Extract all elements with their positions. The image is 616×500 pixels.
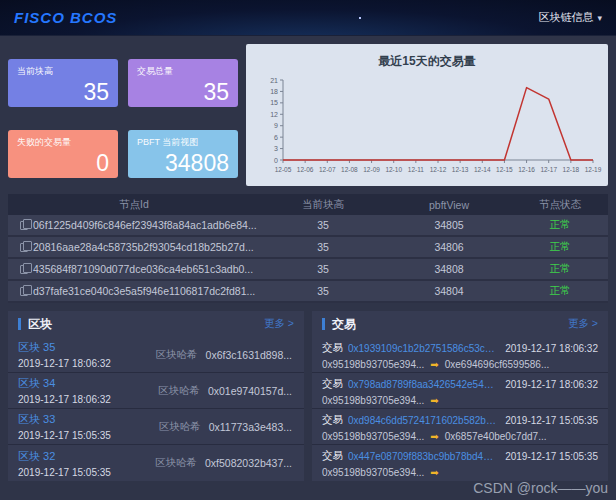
copy-icon[interactable] [20, 221, 28, 230]
svg-text:12-09: 12-09 [363, 166, 380, 173]
list-item: 区块 32 2019-12-17 15:05:35 区块哈希 0xf508203… [8, 445, 304, 481]
stats-grid: 当前块高 35 交易总量 35 失败的交易量 0 PBFT 当前视图 34808 [8, 44, 238, 186]
status-badge: 正常 [550, 262, 571, 274]
stat-card-failed-tx: 失败的交易量 0 [8, 130, 118, 178]
node-pbft-view: 34804 [386, 285, 512, 297]
node-block-height: 35 [260, 285, 386, 297]
list-item: 交易 0x798ad8789f8aa3426542e543e714a45322.… [312, 373, 608, 409]
block-time: 2019-12-17 15:05:35 [18, 430, 148, 441]
svg-text:6: 6 [274, 134, 278, 141]
svg-text:12-11: 12-11 [408, 166, 425, 173]
svg-text:3: 3 [274, 145, 278, 152]
tx-volume-chart-panel: 最近15天的交易量 03691215182112-0512-0612-0712-… [246, 44, 608, 186]
status-badge: 正常 [550, 284, 571, 296]
block-link[interactable]: 区块 32 [18, 449, 148, 464]
copy-icon[interactable] [20, 287, 28, 296]
block-time: 2019-12-17 18:06:32 [18, 358, 148, 369]
block-time: 2019-12-17 18:06:32 [18, 394, 148, 405]
svg-text:12: 12 [270, 111, 278, 118]
tx-time: 2019-12-17 18:06:32 [505, 343, 598, 354]
app-logo: FISCO BCOS [14, 9, 117, 26]
table-row: 06f1225d409f6c846ef23943f8a84ac1adb6e84.… [8, 215, 608, 237]
tx-label: 交易 [322, 377, 343, 391]
svg-text:15: 15 [270, 99, 278, 106]
transactions-panel-header: 交易 更多 > [312, 311, 608, 337]
node-id: 435684f871090d077dce036ca4eb651c3adb0... [33, 263, 253, 275]
tx-label: 交易 [322, 449, 343, 463]
copy-icon[interactable] [20, 243, 28, 252]
stat-label: 交易总量 [137, 65, 229, 78]
svg-text:0: 0 [274, 157, 278, 164]
tx-hash-link[interactable]: 0x1939109c1b2b2751586c53cb463f4d86b6... [348, 343, 496, 354]
stat-label: 当前块高 [17, 65, 109, 78]
stat-label: PBFT 当前视图 [137, 136, 229, 149]
tx-time: 2019-12-17 18:06:32 [505, 379, 598, 390]
svg-text:12-18: 12-18 [563, 166, 580, 173]
status-badge: 正常 [550, 240, 571, 252]
node-table-header: 节点Id 当前块高 pbftView 节点状态 [8, 194, 608, 215]
blocks-panel-title: 区块 [28, 316, 52, 333]
col-header-block-height: 当前块高 [260, 198, 386, 212]
block-link[interactable]: 区块 34 [18, 376, 148, 391]
block-time: 2019-12-17 15:05:35 [18, 467, 148, 478]
tx-hash-link[interactable]: 0xd984c6dd5724171602b582baa4c6bc7ef1... [348, 415, 496, 426]
stat-value: 0 [17, 150, 109, 176]
list-item: 区块 35 2019-12-17 18:06:32 区块哈希 0x6f3c163… [8, 337, 304, 373]
node-block-height: 35 [260, 263, 386, 275]
list-item: 交易 0xd984c6dd5724171602b582baa4c6bc7ef1.… [312, 409, 608, 445]
node-pbft-view: 34808 [386, 263, 512, 275]
block-link[interactable]: 区块 33 [18, 412, 148, 427]
tx-from-address: 0x95198b93705e394... [322, 431, 424, 442]
block-hash: 0x6f3c1631d898... [206, 349, 292, 361]
accent-bar [322, 318, 325, 330]
copy-icon[interactable] [20, 265, 28, 274]
tx-time: 2019-12-17 15:05:35 [505, 415, 598, 426]
svg-text:12-16: 12-16 [518, 166, 535, 173]
node-pbft-view: 34805 [386, 219, 512, 231]
tx-hash-link[interactable]: 0x447e08709f883bc9bb78bd453fe64ccd75... [348, 451, 496, 462]
svg-text:12-10: 12-10 [385, 166, 402, 173]
svg-text:12-19: 12-19 [585, 166, 602, 173]
tx-from-address: 0x95198b93705e394... [322, 467, 424, 478]
tx-label: 交易 [322, 341, 343, 355]
stat-value: 35 [17, 79, 109, 105]
node-block-height: 35 [260, 241, 386, 253]
block-hash: 0x01e9740157d... [208, 385, 292, 397]
tx-time: 2019-12-17 15:05:35 [505, 451, 598, 462]
main-content: 当前块高 35 交易总量 35 失败的交易量 0 PBFT 当前视图 34808… [0, 36, 616, 489]
tx-to-address: 0x6857e40be0c7dd7... [445, 431, 547, 442]
blocks-more-link[interactable]: 更多 > [264, 317, 294, 331]
block-hash-label: 区块哈希 [156, 348, 198, 362]
svg-text:12-13: 12-13 [452, 166, 469, 173]
node-block-height: 35 [260, 219, 386, 231]
svg-text:12-08: 12-08 [341, 166, 358, 173]
block-hash: 0x11773a3e483... [209, 421, 292, 433]
svg-text:12-17: 12-17 [540, 166, 557, 173]
svg-text:12-15: 12-15 [496, 166, 513, 173]
tx-from-address: 0x95198b93705e394... [322, 359, 424, 370]
stat-card-total-tx: 交易总量 35 [128, 59, 238, 107]
tx-hash-link[interactable]: 0x798ad8789f8aa3426542e543e714a45322... [348, 379, 496, 390]
node-id: d37fafe31ce040c3e5a5f946e1106817dc2fd81.… [33, 285, 255, 297]
stat-card-block-height: 当前块高 35 [8, 59, 118, 107]
stat-value: 35 [137, 79, 229, 105]
node-id: 06f1225d409f6c846ef23943f8a84ac1adb6e84.… [33, 219, 257, 231]
node-id: 20816aae28a4c58735b2f93054cd18b25b27d... [33, 241, 254, 253]
block-hash-label: 区块哈希 [158, 384, 200, 398]
chart-title: 最近15天的交易量 [246, 44, 608, 70]
blocks-panel-header: 区块 更多 > [8, 311, 304, 337]
tx-label: 交易 [322, 413, 343, 427]
accent-bar [18, 318, 21, 330]
block-link[interactable]: 区块 35 [18, 340, 148, 355]
stat-label: 失败的交易量 [17, 136, 109, 149]
chevron-down-icon: ▾ [597, 13, 602, 23]
transactions-line-chart: 03691215182112-0512-0612-0712-0812-0912-… [251, 72, 603, 180]
transactions-more-link[interactable]: 更多 > [568, 317, 598, 331]
svg-text:12-07: 12-07 [319, 166, 336, 173]
arrow-right-icon: ➡ [430, 360, 438, 370]
svg-text:12-12: 12-12 [430, 166, 447, 173]
table-row: 435684f871090d077dce036ca4eb651c3adb0...… [8, 259, 608, 281]
block-hash-label: 区块哈希 [155, 456, 197, 470]
blockchain-info-dropdown[interactable]: 区块链信息 ▾ [538, 10, 602, 25]
list-item: 交易 0x1939109c1b2b2751586c53cb463f4d86b6.… [312, 337, 608, 373]
